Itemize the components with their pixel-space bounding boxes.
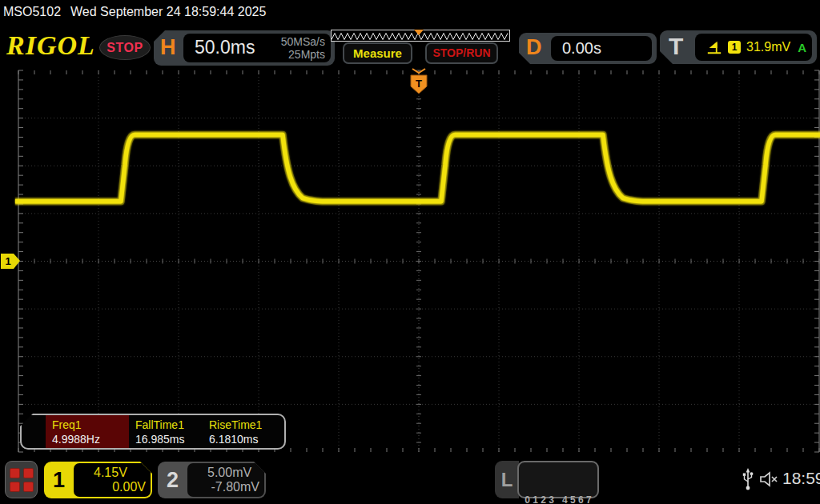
grid-dot-icon <box>23 482 34 492</box>
channel2-status-block[interactable]: 2 5.00mV -7.80mV <box>158 462 266 498</box>
clock: 18:59 <box>782 469 820 488</box>
channel2-scale: 5.00mV <box>207 466 251 480</box>
measurement-item-risetime[interactable]: RiseTime1 6.1810ms <box>206 415 286 448</box>
channel1-values[interactable]: 4.15V 0.00V <box>74 463 151 497</box>
channel2-offset: -7.80mV <box>211 480 259 494</box>
channel1-offset: 0.00V <box>112 480 146 494</box>
channel2-values[interactable]: 5.00mV -7.80mV <box>187 463 264 497</box>
measurement-value: 16.985ms <box>135 433 184 446</box>
measurement-label: RiseTime1 <box>209 418 262 431</box>
channel2-number[interactable]: 2 <box>158 462 187 498</box>
ch1-position-marker[interactable]: 1 <box>1 254 20 269</box>
measurement-results-panel[interactable]: Freq1 4.9988Hz FallTime1 16.985ms RiseTi… <box>20 414 286 450</box>
channel1-status-block[interactable]: 1 4.15V 0.00V <box>44 462 152 498</box>
measurement-value: 4.9988Hz <box>52 433 100 446</box>
measurement-label: Freq1 <box>52 418 82 431</box>
measurement-label: FallTime1 <box>135 418 184 431</box>
grid-dot-icon <box>10 482 20 492</box>
measurement-item-falltime[interactable]: FallTime1 16.985ms <box>132 415 212 448</box>
measurement-item-freq[interactable]: Freq1 4.9988Hz <box>49 415 129 448</box>
logic-channels-block[interactable]: L 0 1 2 3 4 5 6 7 8 9 1011 12131415 <box>495 461 599 498</box>
speaker-muted-icon[interactable] <box>758 470 779 489</box>
ch1-waveform <box>15 134 820 201</box>
logic-row-low: 0 1 2 3 4 5 6 7 <box>519 494 597 504</box>
svg-text:T: T <box>416 78 422 90</box>
svg-text:1: 1 <box>5 255 10 267</box>
app-grid-button[interactable] <box>5 461 38 498</box>
graticule-grid <box>18 70 819 452</box>
logic-label[interactable]: L <box>495 461 519 498</box>
trigger-position-marker[interactable]: T <box>411 69 427 94</box>
logic-channel-list[interactable]: 0 1 2 3 4 5 6 7 8 9 1011 12131415 <box>517 461 599 498</box>
channel1-number[interactable]: 1 <box>44 462 74 498</box>
grid-dot-icon <box>10 468 20 478</box>
usb-icon <box>742 467 754 491</box>
grid-dot-icon <box>23 468 34 478</box>
measurement-value: 6.1810ms <box>209 433 258 446</box>
channel1-scale: 4.15V <box>94 466 127 480</box>
